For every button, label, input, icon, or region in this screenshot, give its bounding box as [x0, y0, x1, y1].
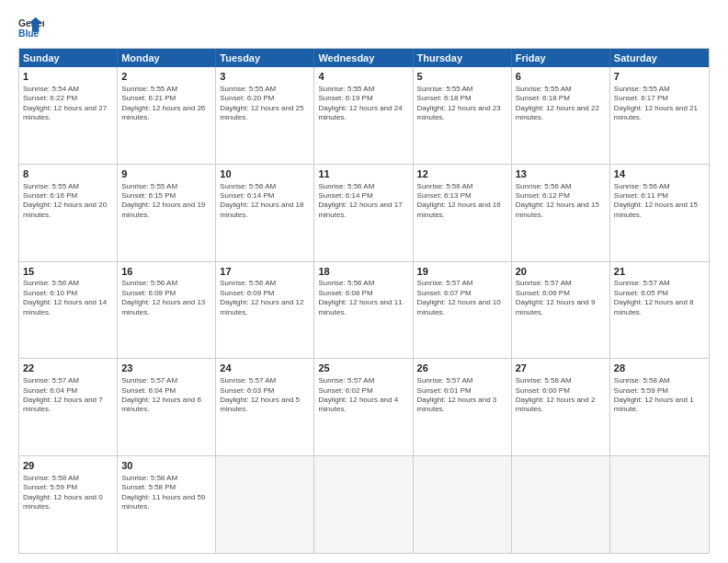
cell-info: Sunrise: 5:56 AMSunset: 6:09 PMDaylight:…: [220, 279, 310, 317]
header: General Blue: [18, 15, 710, 40]
day-number: 22: [23, 362, 113, 375]
calendar-body: 1Sunrise: 5:54 AMSunset: 6:22 PMDaylight…: [19, 67, 709, 553]
calendar-cell: [414, 456, 512, 553]
calendar-cell: 18Sunrise: 5:56 AMSunset: 6:08 PMDayligh…: [314, 262, 413, 359]
calendar-cell: 22Sunrise: 5:57 AMSunset: 6:04 PMDayligh…: [19, 359, 118, 455]
calendar-cell: 10Sunrise: 5:56 AMSunset: 6:14 PMDayligh…: [216, 165, 314, 261]
calendar-cell: 17Sunrise: 5:56 AMSunset: 6:09 PMDayligh…: [216, 262, 314, 359]
cell-info: Sunrise: 5:56 AMSunset: 6:12 PMDaylight:…: [516, 182, 606, 221]
day-number: 14: [614, 167, 705, 181]
cell-info: Sunrise: 5:57 AMSunset: 6:04 PMDaylight:…: [121, 376, 211, 415]
calendar-cell: 29Sunrise: 5:58 AMSunset: 5:59 PMDayligh…: [19, 456, 118, 553]
cell-info: Sunrise: 5:58 AMSunset: 5:58 PMDaylight:…: [121, 474, 211, 512]
calendar-cell: [216, 456, 314, 553]
page: General Blue SundayMondayTuesdayWednesda…: [0, 0, 728, 563]
calendar-cell: 2Sunrise: 5:55 AMSunset: 6:21 PMDaylight…: [118, 67, 216, 164]
calendar-cell: 8Sunrise: 5:55 AMSunset: 6:16 PMDaylight…: [19, 165, 118, 261]
weekday-header: Saturday: [610, 49, 709, 67]
calendar-cell: 24Sunrise: 5:57 AMSunset: 6:03 PMDayligh…: [216, 359, 314, 455]
calendar-cell: 13Sunrise: 5:56 AMSunset: 6:12 PMDayligh…: [512, 165, 610, 261]
calendar-cell: [610, 456, 709, 553]
cell-info: Sunrise: 5:55 AMSunset: 6:15 PMDaylight:…: [121, 182, 211, 221]
cell-info: Sunrise: 5:57 AMSunset: 6:02 PMDaylight:…: [318, 376, 408, 415]
day-number: 11: [318, 167, 408, 181]
day-number: 18: [318, 265, 408, 279]
day-number: 26: [417, 362, 507, 375]
calendar-cell: 14Sunrise: 5:56 AMSunset: 6:11 PMDayligh…: [610, 165, 709, 261]
day-number: 28: [614, 362, 705, 375]
day-number: 10: [220, 167, 310, 181]
cell-info: Sunrise: 5:58 AMSunset: 6:00 PMDaylight:…: [516, 376, 606, 415]
calendar-cell: 27Sunrise: 5:58 AMSunset: 6:00 PMDayligh…: [512, 359, 610, 455]
day-number: 30: [121, 459, 211, 473]
cell-info: Sunrise: 5:58 AMSunset: 5:59 PMDaylight:…: [23, 474, 113, 512]
calendar-cell: 19Sunrise: 5:57 AMSunset: 6:07 PMDayligh…: [414, 262, 512, 359]
cell-info: Sunrise: 5:55 AMSunset: 6:16 PMDaylight:…: [23, 182, 113, 221]
day-number: 29: [23, 459, 113, 473]
cell-info: Sunrise: 5:56 AMSunset: 6:10 PMDaylight:…: [23, 279, 113, 317]
cell-info: Sunrise: 5:56 AMSunset: 6:13 PMDaylight:…: [417, 182, 507, 221]
cell-info: Sunrise: 5:57 AMSunset: 6:04 PMDaylight:…: [23, 376, 113, 415]
logo: General Blue: [18, 15, 44, 40]
day-number: 2: [121, 70, 211, 84]
day-number: 21: [614, 265, 705, 279]
day-number: 23: [121, 362, 211, 375]
day-number: 25: [318, 362, 408, 375]
cell-info: Sunrise: 5:55 AMSunset: 6:21 PMDaylight:…: [121, 85, 211, 123]
calendar-cell: 5Sunrise: 5:55 AMSunset: 6:18 PMDaylight…: [414, 67, 512, 164]
day-number: 24: [220, 362, 310, 375]
calendar-week: 15Sunrise: 5:56 AMSunset: 6:10 PMDayligh…: [19, 261, 709, 359]
cell-info: Sunrise: 5:55 AMSunset: 6:18 PMDaylight:…: [516, 85, 606, 123]
calendar-week: 29Sunrise: 5:58 AMSunset: 5:59 PMDayligh…: [19, 455, 709, 553]
cell-info: Sunrise: 5:54 AMSunset: 6:22 PMDaylight:…: [23, 85, 113, 123]
cell-info: Sunrise: 5:56 AMSunset: 6:09 PMDaylight:…: [121, 279, 211, 317]
day-number: 7: [614, 70, 705, 84]
calendar-cell: 15Sunrise: 5:56 AMSunset: 6:10 PMDayligh…: [19, 262, 118, 359]
day-number: 9: [121, 167, 211, 181]
day-number: 5: [417, 70, 507, 84]
calendar-cell: 26Sunrise: 5:57 AMSunset: 6:01 PMDayligh…: [414, 359, 512, 455]
cell-info: Sunrise: 5:55 AMSunset: 6:18 PMDaylight:…: [417, 85, 507, 123]
calendar-cell: 7Sunrise: 5:55 AMSunset: 6:17 PMDaylight…: [610, 67, 709, 164]
weekday-header: Tuesday: [216, 49, 314, 67]
calendar-cell: [314, 456, 413, 553]
day-number: 6: [516, 70, 606, 84]
weekday-header: Monday: [118, 49, 216, 67]
cell-info: Sunrise: 5:55 AMSunset: 6:20 PMDaylight:…: [220, 85, 310, 123]
svg-text:General: General: [18, 18, 44, 29]
calendar-cell: 3Sunrise: 5:55 AMSunset: 6:20 PMDaylight…: [216, 67, 314, 164]
calendar-cell: 30Sunrise: 5:58 AMSunset: 5:58 PMDayligh…: [118, 456, 216, 553]
weekday-header: Sunday: [19, 49, 118, 67]
day-number: 13: [516, 167, 606, 181]
day-number: 3: [220, 70, 310, 84]
calendar-cell: 25Sunrise: 5:57 AMSunset: 6:02 PMDayligh…: [314, 359, 413, 455]
calendar-cell: 4Sunrise: 5:55 AMSunset: 6:19 PMDaylight…: [314, 67, 413, 164]
cell-info: Sunrise: 5:57 AMSunset: 6:05 PMDaylight:…: [614, 279, 705, 317]
day-number: 20: [516, 265, 606, 279]
cell-info: Sunrise: 5:58 AMSunset: 5:59 PMDaylight:…: [614, 376, 705, 415]
day-number: 16: [121, 265, 211, 279]
calendar-week: 1Sunrise: 5:54 AMSunset: 6:22 PMDaylight…: [19, 67, 709, 164]
day-number: 4: [318, 70, 408, 84]
calendar-cell: 16Sunrise: 5:56 AMSunset: 6:09 PMDayligh…: [118, 262, 216, 359]
cell-info: Sunrise: 5:55 AMSunset: 6:19 PMDaylight:…: [318, 85, 408, 123]
weekday-header: Friday: [512, 49, 610, 67]
day-number: 12: [417, 167, 507, 181]
cell-info: Sunrise: 5:56 AMSunset: 6:08 PMDaylight:…: [318, 279, 408, 317]
calendar-cell: [512, 456, 610, 553]
day-number: 17: [220, 265, 310, 279]
cell-info: Sunrise: 5:57 AMSunset: 6:01 PMDaylight:…: [417, 376, 507, 415]
calendar-cell: 23Sunrise: 5:57 AMSunset: 6:04 PMDayligh…: [118, 359, 216, 455]
logo-icon: General Blue: [18, 15, 44, 40]
calendar-week: 22Sunrise: 5:57 AMSunset: 6:04 PMDayligh…: [19, 358, 709, 455]
cell-info: Sunrise: 5:57 AMSunset: 6:06 PMDaylight:…: [516, 279, 606, 317]
calendar-cell: 12Sunrise: 5:56 AMSunset: 6:13 PMDayligh…: [414, 165, 512, 261]
cell-info: Sunrise: 5:56 AMSunset: 6:14 PMDaylight:…: [318, 182, 408, 221]
cell-info: Sunrise: 5:56 AMSunset: 6:14 PMDaylight:…: [220, 182, 310, 221]
calendar-cell: 6Sunrise: 5:55 AMSunset: 6:18 PMDaylight…: [512, 67, 610, 164]
calendar-header: SundayMondayTuesdayWednesdayThursdayFrid…: [19, 49, 709, 67]
day-number: 8: [23, 167, 113, 181]
day-number: 19: [417, 265, 507, 279]
calendar-cell: 21Sunrise: 5:57 AMSunset: 6:05 PMDayligh…: [610, 262, 709, 359]
cell-info: Sunrise: 5:55 AMSunset: 6:17 PMDaylight:…: [614, 85, 705, 123]
